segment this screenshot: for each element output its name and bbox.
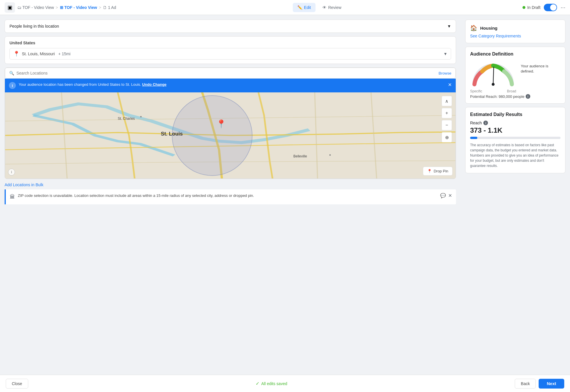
draft-dot [522, 6, 525, 9]
housing-title: Housing [480, 26, 497, 31]
undo-change-link[interactable]: Undo Change [142, 82, 167, 87]
draft-badge: In Draft [522, 5, 540, 10]
top-nav: ▣ 🗂 TOF - Video View > ⊞ TOF - Video Vie… [0, 0, 570, 15]
search-input[interactable] [16, 71, 67, 75]
more-options-button[interactable]: ··· [560, 4, 565, 11]
search-left: 🔍 [9, 71, 67, 75]
zip-warning-actions: 💬 ✕ [440, 193, 452, 198]
bottom-right-actions: Back Next [515, 379, 564, 389]
next-button[interactable]: Next [539, 379, 564, 389]
info-banner-close-button[interactable]: ✕ [448, 82, 452, 87]
drop-pin-button[interactable]: 📍 Drop Pin [423, 167, 453, 176]
map-location-button[interactable]: ⊕ [442, 132, 452, 142]
map-radius-circle [172, 95, 252, 176]
us-card: United States 📍 St. Louis, Missouri + 15… [5, 36, 456, 64]
folder-icon: 🗂 [17, 5, 21, 10]
map-label-stlouis: St. Louis [161, 131, 183, 137]
map-label-stcharles: St. Charles [118, 117, 135, 121]
close-button[interactable]: Close [6, 379, 28, 389]
toggle-thumb [550, 4, 556, 11]
reach-value: 373 - 1.1K [470, 126, 560, 134]
info-banner: i Your audience location has been change… [5, 79, 456, 92]
search-bar: 🔍 Browse [5, 68, 456, 79]
nav-left: ▣ 🗂 TOF - Video View > ⊞ TOF - Video Vie… [5, 2, 116, 13]
gauge-svg [470, 61, 516, 87]
reach-bar-fill [470, 137, 477, 139]
location-dropdown-icon: ▼ [443, 52, 447, 56]
pin-icon: 📍 [427, 169, 432, 173]
housing-card: 🏠 Housing See Category Requirements [465, 20, 565, 43]
location-pin-icon: 📍 [13, 51, 20, 57]
nav-right: In Draft ··· [522, 4, 565, 11]
location-header[interactable]: People living in this location ▼ [5, 20, 456, 33]
audience-defined-label: Your audience is defined. [521, 64, 560, 74]
tab-edit-button[interactable]: ✏️ Edit [293, 3, 316, 12]
map-background: St. Louis St. Charles Belleville 📍 ∧ + [5, 92, 455, 178]
zip-icon: 🏛 [10, 193, 15, 201]
reach-info-icon[interactable]: i [483, 121, 488, 125]
reach-bar [470, 137, 560, 139]
gauge-labels: Specific Broad [470, 89, 516, 93]
map-collapse-button[interactable]: ∧ [442, 96, 452, 106]
audience-definition-card: Audience Definition [465, 47, 565, 104]
minus-icon: − [445, 123, 448, 128]
breadcrumb-sep-2: > [99, 5, 101, 10]
estimated-daily-title: Estimated Daily Results [470, 112, 560, 117]
breadcrumb-sep-1: > [56, 5, 58, 10]
edit-icon: ✏️ [297, 5, 302, 10]
bottom-bar: Close ✓ All edits saved Back Next [0, 375, 570, 392]
edits-saved-status: ✓ All edits saved [256, 381, 287, 386]
svg-point-1 [492, 83, 495, 86]
map-pin: 📍 [216, 119, 226, 129]
ad-icon: 🗋 [103, 5, 107, 10]
map-info-icon: i [11, 170, 12, 174]
potential-reach: Potential Reach: 980,000 people i [470, 94, 560, 99]
close-icon: ✕ [448, 193, 452, 198]
right-panel: 🏠 Housing See Category Requirements Audi… [461, 15, 570, 375]
target-icon: ⊕ [445, 135, 449, 140]
svg-line-0 [493, 67, 494, 84]
search-icon: 🔍 [9, 71, 14, 75]
feedback-icon: 💬 [440, 193, 446, 198]
gauge-broad-label: Broad [507, 89, 516, 93]
housing-header: 🏠 Housing [470, 24, 560, 31]
chevron-up-icon: ∧ [445, 98, 449, 104]
draft-toggle[interactable] [544, 4, 557, 11]
estimated-daily-results-card: Estimated Daily Results Reach i 373 - 1.… [465, 107, 565, 173]
see-category-requirements-link[interactable]: See Category Requirements [470, 34, 521, 38]
left-panel: People living in this location ▼ United … [0, 15, 461, 375]
breadcrumb: 🗂 TOF - Video View > ⊞ TOF - Video View … [17, 5, 116, 10]
grid-icon: ⊞ [60, 5, 63, 10]
nav-center: ✏️ Edit 👁 Review [293, 3, 346, 12]
housing-icon: 🏠 [470, 24, 477, 31]
breadcrumb-item-3[interactable]: 🗋 1 Ad [103, 5, 116, 10]
breadcrumb-item-1[interactable]: 🗂 TOF - Video View [17, 5, 54, 10]
sidebar-icon: ▣ [7, 4, 12, 11]
browse-button[interactable]: Browse [439, 71, 451, 75]
zip-feedback-button[interactable]: 💬 [440, 193, 446, 198]
gauge-container: Specific Broad Your audience is defined. [470, 61, 560, 90]
chevron-down-icon: ▼ [447, 24, 451, 28]
breadcrumb-item-2[interactable]: ⊞ TOF - Video View [60, 5, 97, 10]
back-button[interactable]: Back [515, 379, 536, 389]
info-text: Your audience location has been changed … [19, 82, 445, 87]
map-info-button[interactable]: i [8, 169, 15, 176]
info-icon: i [9, 82, 16, 89]
gauge-specific-label: Specific [470, 89, 482, 93]
map-zoom-in-button[interactable]: + [442, 108, 452, 118]
reach-label: Reach i [470, 121, 560, 125]
location-selector: People living in this location ▼ [5, 20, 456, 33]
add-locations-bulk-link[interactable]: Add Locations in Bulk [5, 182, 456, 187]
location-tag[interactable]: 📍 St. Louis, Missouri + 15mi ▼ [10, 48, 451, 60]
potential-reach-info-icon[interactable]: i [526, 94, 530, 99]
audience-definition-title: Audience Definition [470, 52, 560, 57]
estimate-description: The accuracy of estimates is based on fa… [470, 142, 560, 168]
zip-close-button[interactable]: ✕ [448, 193, 452, 198]
map-container: St. Louis St. Charles Belleville 📍 ∧ + [5, 92, 456, 179]
sidebar-toggle-button[interactable]: ▣ [5, 2, 15, 13]
zip-warning-banner: 🏛 ZIP code selection is unavailable. Loc… [5, 189, 456, 204]
tab-review-button[interactable]: 👁 Review [318, 3, 346, 12]
check-icon: ✓ [256, 381, 259, 386]
gauge-wrap: Specific Broad [470, 61, 516, 90]
map-zoom-out-button[interactable]: − [442, 120, 452, 130]
